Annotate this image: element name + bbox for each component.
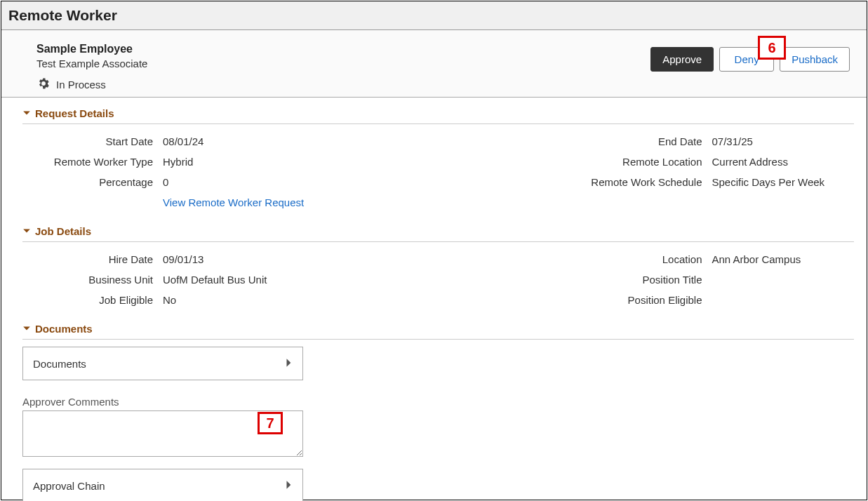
employee-block: Sample Employee Test Example Associate I… bbox=[36, 43, 147, 93]
field-percentage: Percentage 0 bbox=[22, 172, 432, 192]
section-header-request-details[interactable]: Request Details bbox=[22, 103, 854, 124]
approval-chain-panel[interactable]: Approval Chain bbox=[22, 469, 303, 501]
field-remote-work-schedule: Remote Work Schedule Specific Days Per W… bbox=[446, 172, 855, 192]
documents-panel[interactable]: Documents bbox=[22, 347, 303, 380]
page-title: Remote Worker bbox=[1, 1, 867, 30]
job-details-grid: Hire Date 09/01/13 Business Unit UofM De… bbox=[22, 242, 854, 313]
label-location: Location bbox=[446, 253, 712, 265]
value-remote-worker-type: Hybrid bbox=[163, 156, 193, 168]
label-start-date: Start Date bbox=[22, 135, 163, 147]
field-position-eligible: Position Eligible bbox=[446, 290, 855, 310]
label-remote-worker-type: Remote Worker Type bbox=[22, 156, 163, 168]
status-text: In Process bbox=[56, 79, 106, 91]
view-remote-worker-request-link[interactable]: View Remote Worker Request bbox=[163, 196, 304, 208]
request-details-grid: Start Date 08/01/24 Remote Worker Type H… bbox=[22, 124, 854, 215]
section-request-details: Request Details Start Date 08/01/24 Remo… bbox=[1, 98, 867, 215]
field-remote-location: Remote Location Current Address bbox=[446, 152, 855, 172]
chevron-down-icon bbox=[22, 107, 32, 119]
section-title: Documents bbox=[35, 323, 93, 335]
status-row: In Process bbox=[36, 76, 147, 93]
documents-panel-label: Documents bbox=[33, 358, 86, 370]
field-location: Location Ann Arbor Campus bbox=[446, 249, 855, 269]
gear-icon bbox=[36, 76, 51, 93]
header-row: Sample Employee Test Example Associate I… bbox=[1, 30, 867, 98]
label-percentage: Percentage bbox=[22, 176, 163, 188]
callout-7: 7 bbox=[258, 412, 283, 434]
field-end-date: End Date 07/31/25 bbox=[446, 131, 855, 152]
employee-title: Test Example Associate bbox=[36, 58, 147, 69]
page-frame: Remote Worker Sample Employee Test Examp… bbox=[1, 1, 867, 500]
section-title: Job Details bbox=[35, 225, 91, 237]
callout-6: 6 bbox=[758, 36, 786, 60]
section-job-details: Job Details Hire Date 09/01/13 Business … bbox=[1, 215, 867, 313]
employee-name: Sample Employee bbox=[36, 43, 147, 55]
approve-button[interactable]: Approve bbox=[650, 47, 714, 72]
value-start-date: 08/01/24 bbox=[163, 135, 203, 147]
approver-comments-label: Approver Comments bbox=[22, 396, 854, 408]
value-end-date: 07/31/25 bbox=[712, 135, 753, 147]
label-hire-date: Hire Date bbox=[22, 253, 163, 265]
field-job-eligible: Job Eligible No bbox=[22, 290, 432, 310]
label-position-eligible: Position Eligible bbox=[446, 294, 712, 306]
chevron-right-icon bbox=[286, 480, 293, 492]
value-hire-date: 09/01/13 bbox=[163, 253, 203, 265]
value-business-unit: UofM Default Bus Unit bbox=[163, 274, 267, 286]
chevron-down-icon bbox=[22, 225, 32, 237]
value-job-eligible: No bbox=[163, 294, 176, 306]
field-start-date: Start Date 08/01/24 bbox=[22, 131, 432, 152]
field-business-unit: Business Unit UofM Default Bus Unit bbox=[22, 269, 432, 290]
pushback-button[interactable]: Pushback bbox=[780, 47, 850, 72]
section-title: Request Details bbox=[35, 107, 114, 119]
chevron-right-icon bbox=[286, 358, 293, 370]
value-percentage: 0 bbox=[163, 176, 168, 188]
approval-chain-label: Approval Chain bbox=[33, 480, 105, 492]
value-remote-work-schedule: Specific Days Per Week bbox=[712, 176, 825, 188]
section-documents: Documents Documents Approver Comments Ap… bbox=[1, 313, 867, 501]
value-remote-location: Current Address bbox=[712, 156, 788, 168]
label-remote-location: Remote Location bbox=[446, 156, 712, 168]
label-end-date: End Date bbox=[446, 135, 712, 147]
section-header-documents[interactable]: Documents bbox=[22, 319, 854, 340]
section-header-job-details[interactable]: Job Details bbox=[22, 221, 854, 242]
field-view-link: View Remote Worker Request bbox=[22, 192, 432, 213]
field-position-title: Position Title bbox=[446, 269, 855, 290]
label-remote-work-schedule: Remote Work Schedule bbox=[446, 176, 712, 188]
field-hire-date: Hire Date 09/01/13 bbox=[22, 249, 432, 269]
field-remote-worker-type: Remote Worker Type Hybrid bbox=[22, 152, 432, 172]
label-job-eligible: Job Eligible bbox=[22, 294, 163, 306]
value-location: Ann Arbor Campus bbox=[712, 253, 801, 265]
chevron-down-icon bbox=[22, 323, 32, 335]
action-buttons: Approve Deny Pushback bbox=[650, 47, 850, 72]
label-position-title: Position Title bbox=[446, 274, 712, 286]
label-business-unit: Business Unit bbox=[22, 274, 163, 286]
